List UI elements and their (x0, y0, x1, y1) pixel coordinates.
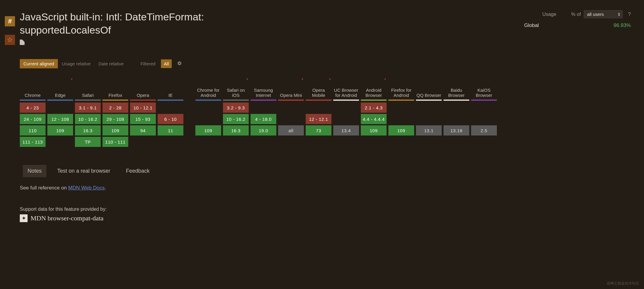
browser-underline (278, 100, 304, 101)
browser-column: Safari on iOS*3.2 - 9.310 - 16.216.3 (223, 76, 249, 147)
support-cell (195, 103, 221, 113)
browser-underline (75, 100, 101, 101)
support-cell[interactable]: 10 - 16.2 (223, 114, 249, 124)
browser-column: Edge*12 - 108109 (47, 76, 73, 147)
browser-underline (102, 100, 128, 101)
browser-header[interactable]: QQ Browser (416, 76, 442, 98)
support-cell (444, 114, 469, 124)
star-icon[interactable]: ☆ (5, 35, 15, 45)
gear-icon[interactable] (177, 61, 182, 67)
browser-header[interactable]: Samsung Internet (251, 76, 276, 98)
support-cell[interactable]: 4 - 23 (20, 103, 46, 113)
support-cell[interactable]: 110 (20, 125, 46, 136)
support-cell[interactable]: 13.4 (333, 125, 359, 136)
support-cell (130, 137, 156, 147)
support-cell[interactable]: 109 (47, 125, 73, 136)
support-cell[interactable]: 73 (306, 125, 331, 136)
browser-underline (416, 100, 442, 101)
mdn-docs-link[interactable]: MDN Web Docs (68, 185, 105, 191)
support-cell[interactable]: 111 - 113 (20, 137, 46, 147)
support-cell[interactable]: 16.3 (75, 125, 101, 136)
browser-header[interactable]: Safari (75, 76, 101, 98)
view-mode-tabs: Current aligned Usage relative Date rela… (20, 59, 127, 68)
support-cell (388, 114, 414, 124)
help-icon[interactable]: ? (628, 12, 631, 17)
browser-header[interactable]: Firefox for Android (388, 76, 414, 98)
browser-column: Opera Mobile*12 - 12.173 (306, 76, 331, 147)
support-cell[interactable]: 94 (130, 125, 156, 136)
support-cell[interactable]: 12 - 108 (47, 114, 73, 124)
support-cell[interactable]: 2 - 28 (102, 103, 128, 113)
support-cell (158, 103, 183, 113)
filtered-label: Filtered (138, 59, 159, 68)
support-cell[interactable]: 10 - 16.2 (75, 114, 101, 124)
support-cell[interactable]: 10 - 12.1 (130, 103, 156, 113)
usage-scope-select[interactable]: all users (584, 10, 623, 18)
browser-header[interactable]: Chrome (20, 76, 46, 98)
support-cell[interactable]: 12 - 12.1 (306, 114, 331, 124)
support-cell[interactable]: 6 - 10 (158, 114, 183, 124)
support-cell[interactable]: 109 (361, 125, 387, 136)
support-cell[interactable]: TP (75, 137, 101, 147)
data-source-name: MDN browser-compat-data (31, 214, 103, 222)
browser-column: Safari3.1 - 9.110 - 16.216.3TP (75, 76, 101, 147)
browser-header[interactable]: Opera Mobile* (306, 76, 331, 98)
support-cell[interactable]: 3.2 - 9.3 (223, 103, 249, 113)
tab-date-relative[interactable]: Date relative (95, 59, 127, 68)
support-cell[interactable]: 24 - 109 (20, 114, 46, 124)
browser-header[interactable]: Opera (130, 76, 156, 98)
browser-header[interactable]: Safari on iOS* (223, 76, 249, 98)
support-cell[interactable]: 109 (195, 125, 221, 136)
support-cell[interactable]: 109 (388, 125, 414, 136)
support-cell[interactable]: all (278, 125, 304, 136)
tab-test-real-browser[interactable]: Test on a real browser (52, 165, 115, 177)
support-cell[interactable]: 11 (158, 125, 183, 136)
support-cell (47, 103, 73, 113)
note-star-icon: * (71, 77, 73, 82)
browser-header[interactable]: Opera Mini* (278, 76, 304, 98)
browser-header[interactable]: IE (158, 76, 183, 98)
support-cell[interactable]: 4 - 18.0 (251, 114, 276, 124)
browser-header[interactable]: KaiOS Browser (471, 76, 497, 98)
hash-icon[interactable]: # (5, 16, 15, 26)
document-icon[interactable] (20, 40, 25, 45)
tab-feedback[interactable]: Feedback (121, 165, 154, 177)
note-star-icon: * (329, 77, 331, 82)
support-cell[interactable]: 15 - 93 (130, 114, 156, 124)
support-cell[interactable]: 3.1 - 9.1 (75, 103, 101, 113)
browser-column: Samsung Internet4 - 18.019.0 (251, 76, 276, 147)
browser-column: IE6 - 1011 (158, 76, 183, 147)
support-cell[interactable]: 16.3 (223, 125, 249, 136)
browser-header[interactable]: Chrome for Android (195, 76, 221, 98)
support-cell[interactable]: 4.4 - 4.4.4 (361, 114, 387, 124)
browser-column: Opera Mini*all (278, 76, 304, 147)
support-cell[interactable]: 109 (102, 125, 128, 136)
support-cell[interactable]: 29 - 108 (102, 114, 128, 124)
support-cell[interactable]: 2.5 (471, 125, 497, 136)
filter-all-button[interactable]: All (161, 59, 172, 68)
support-cell[interactable]: 110 - 111 (102, 137, 128, 147)
browser-column: UC Browser for Android13.4 (333, 76, 359, 147)
support-cell (388, 103, 414, 113)
support-cell (278, 103, 304, 113)
mdn-logo-icon: ✦ (20, 214, 28, 222)
support-cell[interactable]: 13.18 (444, 125, 469, 136)
browser-underline (130, 100, 156, 101)
support-cell[interactable]: 13.1 (416, 125, 442, 136)
browser-header[interactable]: Firefox (102, 76, 128, 98)
browser-header[interactable]: Edge* (47, 76, 73, 98)
browser-header[interactable]: Android Browser* (361, 76, 387, 98)
tab-current-aligned[interactable]: Current aligned (20, 59, 58, 68)
browser-header[interactable]: UC Browser for Android (333, 76, 359, 98)
support-cell (195, 114, 221, 124)
browser-column: KaiOS Browser2.5 (471, 76, 497, 147)
browser-underline (251, 100, 276, 101)
tab-notes[interactable]: Notes (23, 165, 46, 177)
support-cell[interactable]: 2.1 - 4.3 (361, 103, 387, 113)
support-cell (306, 103, 331, 113)
tab-usage-relative[interactable]: Usage relative (58, 59, 94, 68)
browser-header[interactable]: Baidu Browser (444, 76, 469, 98)
browser-underline (47, 100, 73, 101)
support-cell[interactable]: 19.0 (251, 125, 276, 136)
browser-underline (20, 100, 46, 101)
